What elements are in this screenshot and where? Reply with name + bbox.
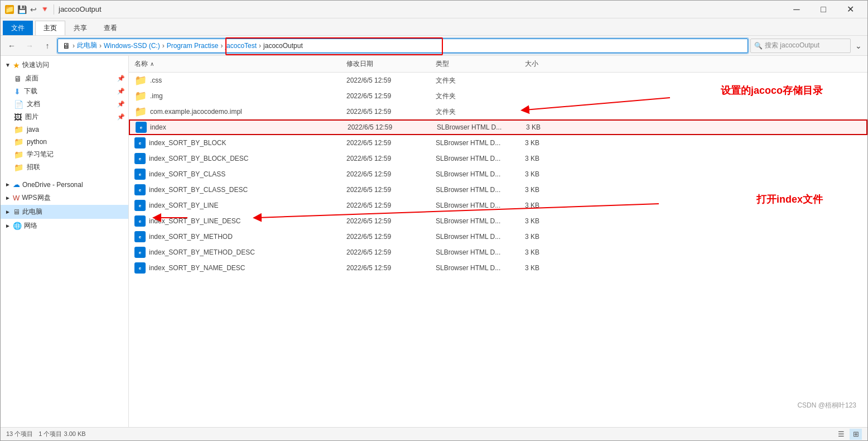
quick-access-label: 快速访问	[22, 60, 49, 70]
html-icon: e	[134, 262, 146, 274]
studynotes-label: 学习笔记	[27, 150, 54, 159]
tab-file[interactable]: 文件	[3, 21, 33, 35]
maximize-button[interactable]: □	[811, 1, 836, 18]
file-size: 3 KB	[525, 186, 539, 194]
search-box[interactable]: 🔍 搜索 jacocoOutput	[750, 39, 851, 53]
window-controls: ─ □ ✕	[784, 1, 863, 18]
address-bar[interactable]: 🖥 › 此电脑 › Windows-SSD (C:) › Program Pra…	[57, 39, 748, 53]
file-type: 文件夹	[436, 108, 456, 116]
sidebar-quick-access[interactable]: ▼ ★ 快速访问	[1, 58, 128, 72]
download-label: 下载	[24, 87, 37, 96]
file-row[interactable]: 📁 com.example.jacocodemo.impl 2022/6/5 1…	[129, 104, 867, 119]
studynotes-folder-icon: 📁	[14, 150, 23, 159]
file-date: 2022/6/5 12:59	[346, 202, 391, 209]
sidebar-item-java[interactable]: 📁 java	[1, 123, 128, 136]
file-name: index_SORT_BY_LINE_DESC	[149, 217, 241, 225]
file-row[interactable]: 📁 .img 2022/6/5 12:59 文件夹	[129, 88, 867, 104]
column-date[interactable]: 修改日期	[346, 59, 436, 69]
file-row[interactable]: e index_SORT_BY_BLOCK_DESC 2022/6/5 12:5…	[129, 151, 867, 166]
desktop-icon: 🖥	[14, 74, 22, 83]
file-row[interactable]: e index_SORT_BY_BLOCK 2022/6/5 12:59 SLB…	[129, 135, 867, 151]
html-icon: e	[134, 153, 146, 164]
sidebar-network[interactable]: ► 🌐 网络	[1, 219, 128, 233]
quick-save-icon[interactable]: 💾	[17, 5, 27, 14]
file-row[interactable]: e index_SORT_BY_LINE_DESC 2022/6/5 12:59…	[129, 213, 867, 229]
html-icon: e	[134, 231, 146, 242]
file-date: 2022/6/5 12:59	[346, 170, 391, 178]
breadcrumb-program[interactable]: Program Practise	[167, 42, 219, 50]
tab-home[interactable]: 主页	[35, 21, 65, 35]
html-icon: e	[134, 200, 146, 211]
sidebar-wps[interactable]: ► W WPS网盘	[1, 191, 128, 205]
forward-button[interactable]: →	[22, 38, 37, 54]
file-row[interactable]: e index_SORT_BY_LINE 2022/6/5 12:59 SLBr…	[129, 198, 867, 213]
file-type: SLBrowser HTML D...	[436, 217, 500, 225]
file-date: 2022/6/5 12:59	[346, 108, 391, 116]
dropdown-button[interactable]: ⌄	[853, 38, 864, 54]
breadcrumb-drive[interactable]: Windows-SSD (C:)	[104, 42, 160, 50]
sidebar-item-python[interactable]: 📁 python	[1, 136, 128, 148]
divider	[54, 4, 54, 15]
ribbon: 文件 主页 共享 查看	[1, 18, 867, 36]
back-button[interactable]: ←	[4, 38, 20, 54]
file-name: .img	[150, 92, 163, 100]
properties-icon[interactable]: 🔻	[40, 5, 49, 13]
status-bar-right: ☰ ⊞	[835, 429, 862, 440]
desktop-label: 桌面	[25, 74, 38, 83]
column-size[interactable]: 大小	[525, 59, 570, 69]
pin-icon-desktop: 📌	[117, 75, 125, 82]
html-icon: e	[134, 169, 146, 180]
sidebar-onedrive[interactable]: ► ☁ OneDrive - Personal	[1, 178, 128, 191]
html-files-container: e index_SORT_BY_BLOCK 2022/6/5 12:59 SLB…	[129, 135, 867, 276]
file-row[interactable]: e index_SORT_BY_CLASS 2022/6/5 12:59 SLB…	[129, 166, 867, 182]
breadcrumb-output: jacocoOutput	[263, 42, 303, 50]
file-date: 2022/6/5 12:59	[346, 264, 391, 272]
sidebar-item-documents[interactable]: 📄 文档 📌	[1, 98, 128, 111]
file-type: SLBrowser HTML D...	[436, 233, 500, 241]
column-type[interactable]: 类型	[436, 59, 525, 69]
view-details-button[interactable]: ☰	[835, 429, 847, 440]
column-name-label: 名称	[134, 59, 148, 69]
pictures-label: 图片	[25, 112, 38, 122]
minimize-button[interactable]: ─	[784, 1, 809, 18]
sidebar-item-download[interactable]: ⬇ 下载 📌	[1, 85, 128, 98]
undo-icon[interactable]: ↩	[30, 5, 37, 14]
breadcrumb-thispc[interactable]: 此电脑	[77, 41, 97, 50]
status-item-count: 13 个项目	[6, 430, 33, 438]
tab-share[interactable]: 共享	[65, 21, 95, 35]
file-row[interactable]: e index_SORT_BY_METHOD 2022/6/5 12:59 SL…	[129, 229, 867, 245]
file-type: SLBrowser HTML D...	[436, 264, 500, 272]
column-name[interactable]: 名称 ∧	[134, 59, 346, 69]
breadcrumb-jacoco[interactable]: jacocoTest	[225, 42, 257, 50]
view-list-button[interactable]: ⊞	[850, 429, 862, 440]
breadcrumb-sep4: ›	[220, 42, 223, 50]
tab-view[interactable]: 查看	[95, 21, 126, 35]
file-list: 名称 ∧ 修改日期 类型 大小 📁 .cs	[129, 56, 867, 427]
window-title: jacocoOutput	[59, 5, 102, 13]
sidebar-item-zhaolian[interactable]: 📁 招联	[1, 161, 128, 174]
sidebar-this-pc[interactable]: ► 🖥 此电脑	[1, 205, 128, 219]
file-date: 2022/6/5 12:59	[346, 92, 391, 100]
file-type: SLBrowser HTML D...	[437, 123, 501, 131]
close-button[interactable]: ✕	[837, 1, 863, 18]
breadcrumb-sep2: ›	[99, 42, 102, 50]
html-icon: e	[134, 184, 146, 195]
sort-arrow-icon: ∧	[150, 61, 154, 67]
file-name: index	[150, 123, 166, 131]
quick-access-arrow-icon: ▼	[5, 62, 11, 68]
sidebar-item-studynotes[interactable]: 📁 学习笔记	[1, 148, 128, 161]
file-row[interactable]: e index_SORT_BY_NAME_DESC 2022/6/5 12:59…	[129, 260, 867, 276]
file-type: SLBrowser HTML D...	[436, 155, 500, 162]
file-row[interactable]: 📁 .css 2022/6/5 12:59 文件夹	[129, 73, 867, 88]
file-name: index_SORT_BY_CLASS_DESC	[149, 186, 248, 194]
sidebar-item-desktop[interactable]: 🖥 桌面 📌	[1, 72, 128, 85]
explorer-window: 📁 💾 ↩ 🔻 jacocoOutput ─ □ ✕ 文件 主页 共享 查看 ←…	[0, 0, 868, 441]
file-row[interactable]: e index_SORT_BY_METHOD_DESC 2022/6/5 12:…	[129, 245, 867, 260]
file-date: 2022/6/5 12:59	[346, 248, 391, 256]
breadcrumb-computer-icon: 🖥	[62, 41, 70, 50]
up-button[interactable]: ↑	[40, 38, 55, 54]
file-row[interactable]: e index_SORT_BY_CLASS_DESC 2022/6/5 12:5…	[129, 182, 867, 198]
file-row-index[interactable]: e index 2022/6/5 12:59 SLBrowser HTML D.…	[129, 119, 867, 135]
zhaolian-label: 招联	[27, 162, 40, 172]
sidebar-item-pictures[interactable]: 🖼 图片 📌	[1, 111, 128, 123]
